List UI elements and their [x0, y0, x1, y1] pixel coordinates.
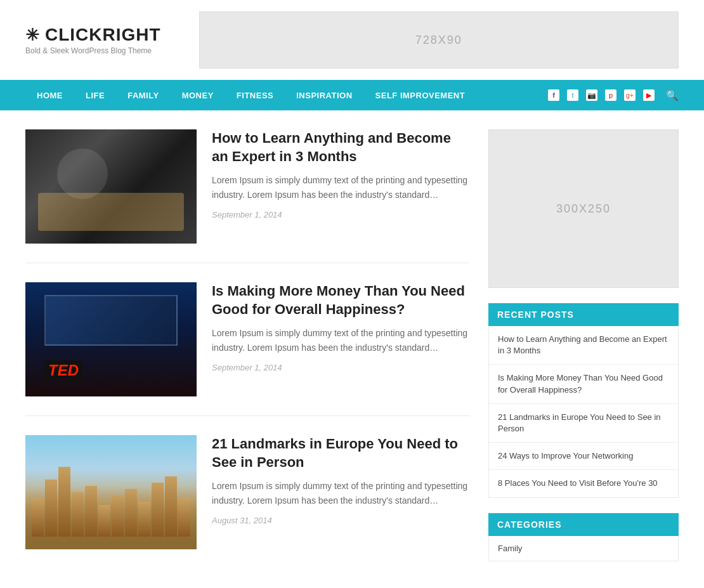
building [112, 495, 124, 537]
search-icon[interactable]: 🔍 [666, 89, 679, 101]
nav-item-inspiration[interactable]: INSPIRATION [285, 80, 363, 110]
article-content: 21 Landmarks in Europe You Need to See i… [212, 435, 469, 549]
article-excerpt: Lorem Ipsum is simply dummy text of the … [212, 479, 469, 507]
sidebar-ad: 300X250 [488, 129, 679, 288]
main-container: How to Learn Anything and Become an Expe… [0, 110, 704, 588]
nav-links: HOME LIFE FAMILY MONEY FITNESS INSPIRATI… [25, 80, 548, 110]
building [178, 499, 190, 537]
nav-item-money[interactable]: MONEY [171, 80, 225, 110]
logo-subtitle: Bold & Sleek WordPress Blog Theme [25, 46, 161, 55]
article-card: TED Is Making More Money Than You Need G… [25, 282, 469, 416]
article-title: 21 Landmarks in Europe You Need to See i… [212, 435, 469, 471]
article-content: How to Learn Anything and Become an Expe… [212, 129, 469, 244]
pinterest-icon[interactable]: p [605, 89, 616, 101]
building [165, 476, 177, 537]
building [138, 502, 150, 537]
twitter-icon[interactable]: t [567, 89, 578, 101]
building [32, 499, 44, 537]
article-title: Is Making More Money Than You Need Good … [212, 282, 469, 318]
article-image: TED [25, 282, 197, 396]
recent-posts-list: How to Learn Anything and Become an Expe… [488, 326, 679, 498]
article-title-link[interactable]: How to Learn Anything and Become an Expe… [212, 130, 451, 164]
logo[interactable]: ✳ CLICKRIGHT [25, 25, 161, 45]
logo-icon: ✳ [25, 25, 40, 45]
categories-title: CATEGORIES [488, 513, 679, 536]
city-buildings [25, 467, 197, 537]
building [58, 467, 70, 537]
nav-item-self-improvement[interactable]: SELF IMPROVEMENT [364, 80, 477, 110]
article-excerpt: Lorem Ipsum is simply dummy text of the … [212, 173, 469, 202]
ted-logo: TED [44, 360, 82, 381]
building [125, 489, 137, 537]
recent-post-item[interactable]: 8 Places You Need to Visit Before You're… [489, 470, 678, 497]
nav-item-home[interactable]: HOME [25, 80, 74, 110]
categories-list: Family [488, 536, 679, 561]
header-ad-banner: 728X90 [199, 11, 679, 69]
category-item[interactable]: Family [489, 536, 678, 561]
nav-item-family[interactable]: FAMILY [116, 80, 170, 110]
recent-post-item[interactable]: 24 Ways to Improve Your Networking [489, 443, 678, 470]
recent-post-item[interactable]: 21 Landmarks in Europe You Need to See i… [489, 404, 678, 443]
article-card: How to Learn Anything and Become an Expe… [25, 129, 469, 263]
article-date: August 31, 2014 [212, 516, 272, 525]
sidebar: 300X250 RECENT POSTS How to Learn Anythi… [488, 129, 679, 587]
article-title-link[interactable]: 21 Landmarks in Europe You Need to See i… [212, 436, 458, 470]
logo-area: ✳ CLICKRIGHT Bold & Sleek WordPress Blog… [25, 25, 161, 55]
article-content: Is Making More Money Than You Need Good … [212, 282, 469, 396]
nav-social: f t 📷 p g+ ▶ 🔍 [548, 89, 679, 101]
building [72, 492, 84, 537]
article-image [25, 129, 197, 244]
recent-posts-title: RECENT POSTS [488, 303, 679, 326]
site-header: ✳ CLICKRIGHT Bold & Sleek WordPress Blog… [0, 0, 704, 80]
article-excerpt: Lorem Ipsum is simply dummy text of the … [212, 326, 469, 355]
logo-text: CLICKRIGHT [45, 25, 161, 45]
article-date: September 1, 2014 [212, 363, 282, 372]
article-title: How to Learn Anything and Become an Expe… [212, 129, 469, 166]
main-nav: HOME LIFE FAMILY MONEY FITNESS INSPIRATI… [0, 80, 704, 110]
nav-item-life[interactable]: LIFE [74, 80, 116, 110]
facebook-icon[interactable]: f [548, 89, 559, 101]
recent-post-item[interactable]: How to Learn Anything and Become an Expe… [489, 326, 678, 365]
instagram-icon[interactable]: 📷 [586, 89, 597, 101]
ted-screen [44, 295, 178, 346]
building [152, 483, 164, 537]
building [98, 505, 110, 537]
content-area: How to Learn Anything and Become an Expe… [25, 129, 469, 587]
building [85, 486, 97, 537]
building [45, 480, 57, 537]
recent-post-item[interactable]: Is Making More Money Than You Need Good … [489, 365, 678, 403]
article-image [25, 435, 197, 549]
article-title-link[interactable]: Is Making More Money Than You Need Good … [212, 283, 465, 317]
article-date: September 1, 2014 [212, 210, 282, 219]
article-card: 21 Landmarks in Europe You Need to See i… [25, 435, 469, 568]
youtube-icon[interactable]: ▶ [643, 89, 655, 101]
google-plus-icon[interactable]: g+ [624, 89, 636, 101]
nav-item-fitness[interactable]: FITNESS [225, 80, 285, 110]
